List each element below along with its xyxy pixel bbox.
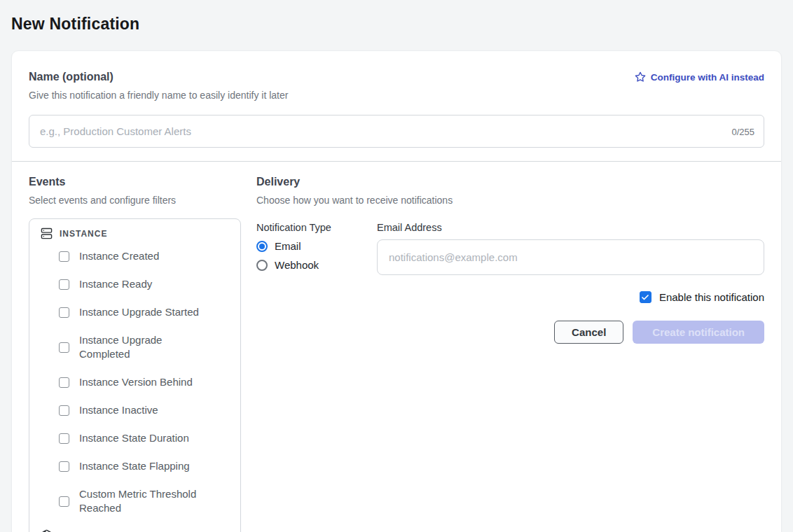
checkbox-unchecked-icon[interactable] [59, 307, 69, 318]
char-counter: 0/255 [731, 126, 754, 136]
event-label: Instance Upgrade Started [79, 305, 199, 319]
package-icon [41, 529, 53, 532]
configuration-columns: Events Select events and configure filte… [12, 162, 781, 532]
notification-type-label: Notification Type [256, 222, 377, 233]
event-group-header-release: RELEASE [41, 529, 229, 532]
email-field-group: Email Address [377, 222, 764, 275]
enable-notification-row[interactable]: Enable this notification [256, 291, 764, 303]
events-column: Events Select events and configure filte… [29, 176, 241, 532]
event-label: Custom Metric Threshold Reached [79, 487, 204, 515]
page-title: New Notification [11, 15, 782, 34]
checkbox-unchecked-icon[interactable] [59, 342, 69, 353]
name-input-wrap: 0/255 [29, 115, 764, 148]
radio-option-webhook[interactable]: Webhook [256, 259, 377, 271]
radio-option-email[interactable]: Email [256, 240, 377, 252]
event-group-header-instance: INSTANCE [41, 227, 229, 239]
event-label: Instance Inactive [79, 403, 158, 417]
cancel-button[interactable]: Cancel [554, 321, 623, 344]
event-checkbox-row[interactable]: Instance Inactive [41, 403, 229, 417]
checkbox-unchecked-icon[interactable] [59, 433, 69, 444]
event-checkbox-row[interactable]: Instance State Duration [41, 431, 229, 445]
new-notification-card: Name (optional) Configure with AI instea… [11, 50, 782, 532]
delivery-description: Choose how you want to receive notificat… [256, 195, 764, 206]
email-input[interactable] [377, 239, 764, 275]
events-heading: Events [29, 176, 241, 188]
checkbox-unchecked-icon[interactable] [59, 279, 69, 290]
checkbox-unchecked-icon[interactable] [59, 461, 69, 472]
delivery-column: Delivery Choose how you want to receive … [256, 176, 764, 532]
event-group-label: INSTANCE [60, 229, 107, 239]
server-icon [41, 227, 53, 239]
name-heading: Name (optional) [29, 71, 113, 83]
radio-unselected-icon[interactable] [256, 260, 268, 271]
event-label: Instance State Duration [79, 431, 189, 445]
star-icon [635, 71, 646, 83]
checkbox-unchecked-icon[interactable] [59, 405, 69, 416]
event-checkbox-row[interactable]: Instance Ready [41, 277, 229, 291]
event-label: Instance Ready [79, 277, 152, 291]
radio-webhook-label: Webhook [275, 259, 319, 271]
delivery-form: Notification Type Email Webhook Email Ad… [256, 222, 764, 275]
name-input[interactable] [29, 115, 764, 148]
events-panel: INSTANCEInstance CreatedInstance ReadyIn… [29, 218, 241, 532]
event-checkbox-row[interactable]: Instance Upgrade Completed [41, 333, 229, 361]
event-checkbox-row[interactable]: Instance State Flapping [41, 459, 229, 473]
event-label: Instance State Flapping [79, 459, 190, 473]
checkbox-unchecked-icon[interactable] [59, 377, 69, 388]
checkbox-unchecked-icon[interactable] [59, 251, 69, 262]
page-header: New Notification [0, 0, 793, 43]
action-buttons: Cancel Create notification [256, 321, 764, 344]
event-label: Instance Version Behind [79, 375, 193, 389]
configure-ai-link[interactable]: Configure with AI instead [635, 71, 764, 83]
event-label: Instance Upgrade Completed [79, 333, 204, 361]
event-checkbox-row[interactable]: Instance Version Behind [41, 375, 229, 389]
radio-selected-icon[interactable] [256, 241, 268, 252]
name-section: Name (optional) Configure with AI instea… [12, 51, 781, 161]
radio-email-label: Email [275, 240, 301, 252]
event-checkbox-row[interactable]: Custom Metric Threshold Reached [41, 487, 229, 515]
checkbox-unchecked-icon[interactable] [59, 496, 69, 507]
delivery-heading: Delivery [256, 176, 764, 188]
create-notification-button[interactable]: Create notification [633, 321, 764, 344]
email-address-label: Email Address [377, 222, 764, 233]
ai-link-label: Configure with AI instead [651, 72, 764, 83]
event-checkbox-row[interactable]: Instance Upgrade Started [41, 305, 229, 319]
enable-checkbox[interactable] [640, 291, 651, 303]
events-description: Select events and configure filters [29, 195, 241, 206]
notification-type-group: Notification Type Email Webhook [256, 222, 377, 275]
event-checkbox-row[interactable]: Instance Created [41, 249, 229, 263]
event-label: Instance Created [79, 249, 159, 263]
enable-notification-label: Enable this notification [659, 291, 764, 303]
name-description: Give this notification a friendly name t… [29, 90, 764, 101]
